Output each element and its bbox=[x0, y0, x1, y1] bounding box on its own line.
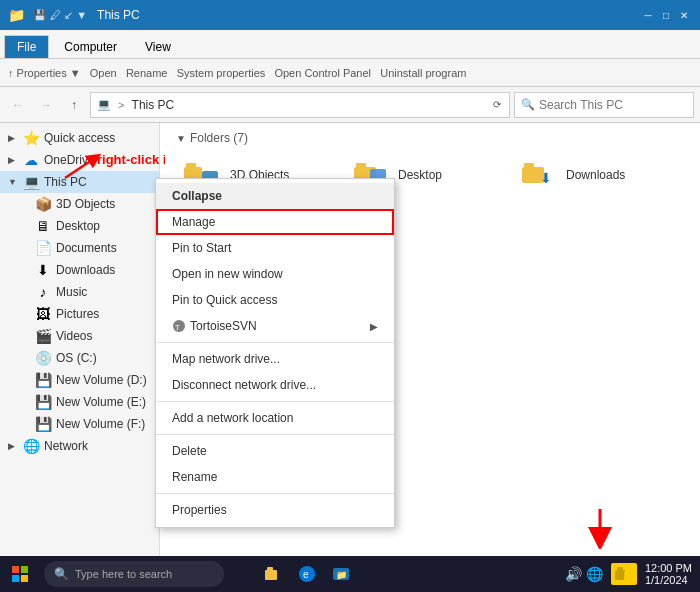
ctx-rename[interactable]: Rename bbox=[156, 464, 394, 490]
sidebar-item-quick-access[interactable]: ▶ ⭐ Quick access bbox=[0, 127, 159, 149]
svg-rect-39 bbox=[624, 572, 633, 581]
tray-icon-1[interactable]: 🔊 bbox=[565, 566, 582, 582]
ctx-map-network-drive[interactable]: Map network drive... bbox=[156, 346, 394, 372]
ctx-pin-start[interactable]: Pin to Start bbox=[156, 235, 394, 261]
tab-view[interactable]: View bbox=[132, 35, 184, 58]
up-button[interactable]: ↑ bbox=[62, 93, 86, 117]
sidebar-item-volumee[interactable]: 💾 New Volume (E:) bbox=[0, 391, 159, 413]
ctx-add-network-location-label: Add a network location bbox=[172, 411, 293, 425]
sidebar-label: Desktop bbox=[56, 219, 100, 233]
folder-downloads-icon: ⬇ bbox=[518, 157, 558, 193]
sidebar-item-music[interactable]: ♪ Music bbox=[0, 281, 159, 303]
ctx-delete[interactable]: Delete bbox=[156, 438, 394, 464]
search-bar[interactable]: 🔍 bbox=[514, 92, 694, 118]
ctx-disconnect-network-drive[interactable]: Disconnect network drive... bbox=[156, 372, 394, 398]
quick-access-toolbar: 💾 🖊 ↙ ▼ bbox=[33, 9, 87, 22]
taskbar-icon-1[interactable] bbox=[258, 559, 288, 589]
svg-rect-4 bbox=[356, 163, 366, 169]
maximize-button[interactable]: □ bbox=[658, 7, 674, 23]
sidebar-label: Quick access bbox=[44, 131, 115, 145]
tab-file[interactable]: File bbox=[4, 35, 49, 58]
ctx-properties[interactable]: Properties bbox=[156, 497, 394, 523]
taskbar-icon-3[interactable]: 📁 bbox=[326, 559, 356, 589]
ctx-pin-quick-access[interactable]: Pin to Quick access bbox=[156, 287, 394, 313]
svg-text:📁: 📁 bbox=[336, 569, 348, 581]
address-separator: > bbox=[115, 99, 128, 111]
taskbar-red-arrow bbox=[580, 509, 620, 556]
sidebar-item-volumed[interactable]: 💾 New Volume (D:) bbox=[0, 369, 159, 391]
onedrive-icon: ☁ bbox=[22, 152, 40, 168]
ctx-manage-label: Manage bbox=[172, 215, 215, 229]
file-explorer-taskbar-btn[interactable] bbox=[611, 563, 637, 585]
sidebar-label: New Volume (D:) bbox=[56, 373, 147, 387]
search-input[interactable] bbox=[539, 98, 689, 112]
sidebar-item-volumef[interactable]: 💾 New Volume (F:) bbox=[0, 413, 159, 435]
expand-icon: ▶ bbox=[8, 441, 18, 451]
right-click-annotation: right-click it bbox=[55, 148, 165, 191]
sidebar-item-videos[interactable]: 🎬 Videos bbox=[0, 325, 159, 347]
expand-icon: ▼ bbox=[8, 177, 18, 187]
svg-text:⬇: ⬇ bbox=[540, 170, 552, 186]
svg-line-24 bbox=[65, 158, 95, 178]
submenu-arrow: ▶ bbox=[370, 321, 378, 332]
thispc-icon: 💻 bbox=[22, 174, 40, 190]
videos-icon: 🎬 bbox=[34, 328, 52, 344]
sidebar-item-downloads[interactable]: ⬇ Downloads bbox=[0, 259, 159, 281]
start-button[interactable] bbox=[0, 556, 40, 592]
window-controls: ─ □ ✕ bbox=[640, 7, 692, 23]
sidebar-item-pictures[interactable]: 🖼 Pictures bbox=[0, 303, 159, 325]
ctx-separator-1 bbox=[156, 342, 394, 343]
svg-text:right-click it: right-click it bbox=[97, 152, 165, 167]
folder-name: Downloads bbox=[566, 168, 625, 182]
ctx-pin-quick-access-label: Pin to Quick access bbox=[172, 293, 277, 307]
sidebar-item-desktop[interactable]: 🖥 Desktop bbox=[0, 215, 159, 237]
sidebar-label: New Volume (F:) bbox=[56, 417, 145, 431]
desktop-icon: 🖥 bbox=[34, 218, 52, 234]
drive-icon: 💿 bbox=[34, 350, 52, 366]
address-text: This PC bbox=[132, 98, 487, 112]
taskbar-icons: e 📁 bbox=[224, 559, 390, 589]
sidebar-label: Network bbox=[44, 439, 88, 453]
window-title: This PC bbox=[97, 8, 636, 22]
ctx-delete-label: Delete bbox=[172, 444, 207, 458]
ctx-manage[interactable]: Manage bbox=[156, 209, 394, 235]
sidebar-item-3dobjects[interactable]: 📦 3D Objects bbox=[0, 193, 159, 215]
ctx-disconnect-network-drive-label: Disconnect network drive... bbox=[172, 378, 316, 392]
taskbar-search[interactable]: 🔍 Type here to search bbox=[44, 561, 224, 587]
ctx-add-network-location[interactable]: Add a network location bbox=[156, 405, 394, 431]
downloads-icon: ⬇ bbox=[34, 262, 52, 278]
network-icon: 🌐 bbox=[22, 438, 40, 454]
sidebar-label: Documents bbox=[56, 241, 117, 255]
back-button[interactable]: ← bbox=[6, 93, 30, 117]
ctx-tortoisesvn[interactable]: T TortoiseSVN ▶ bbox=[156, 313, 394, 339]
address-bar-icon: 💻 bbox=[97, 98, 111, 111]
ctx-separator-4 bbox=[156, 493, 394, 494]
forward-button[interactable]: → bbox=[34, 93, 58, 117]
refresh-button[interactable]: ⟳ bbox=[491, 97, 503, 112]
sidebar-item-documents[interactable]: 📄 Documents bbox=[0, 237, 159, 259]
star-icon: ⭐ bbox=[22, 130, 40, 146]
address-bar[interactable]: 💻 > This PC ⟳ bbox=[90, 92, 510, 118]
collapse-arrow: ▼ bbox=[176, 133, 186, 144]
context-menu: Collapse Manage Pin to Start Open in new… bbox=[155, 178, 395, 528]
taskbar-tray: 🔊 🌐 12:00 PM1/1/2024 bbox=[557, 562, 700, 586]
ribbon-content: ↑ Properties ▼ Open Rename System proper… bbox=[0, 58, 700, 86]
sidebar-item-network[interactable]: ▶ 🌐 Network bbox=[0, 435, 159, 457]
ctx-collapse[interactable]: Collapse bbox=[156, 183, 394, 209]
nav-bar: ← → ↑ 💻 > This PC ⟳ 🔍 bbox=[0, 87, 700, 123]
close-button[interactable]: ✕ bbox=[676, 7, 692, 23]
drive-icon: 💾 bbox=[34, 394, 52, 410]
ctx-tortoisesvn-label: T TortoiseSVN bbox=[172, 319, 257, 333]
svg-text:e: e bbox=[303, 569, 309, 580]
documents-icon: 📄 bbox=[34, 240, 52, 256]
sidebar-item-osc[interactable]: 💿 OS (C:) bbox=[0, 347, 159, 369]
taskbar-search-icon: 🔍 bbox=[54, 567, 69, 581]
taskbar-icon-2[interactable]: e bbox=[292, 559, 322, 589]
ctx-open-new-window-label: Open in new window bbox=[172, 267, 283, 281]
tab-computer[interactable]: Computer bbox=[51, 35, 130, 58]
svg-text:T: T bbox=[175, 323, 180, 332]
minimize-button[interactable]: ─ bbox=[640, 7, 656, 23]
tray-icon-2[interactable]: 🌐 bbox=[586, 566, 603, 582]
ctx-open-new-window[interactable]: Open in new window bbox=[156, 261, 394, 287]
folder-item-downloads[interactable]: ⬇ Downloads bbox=[512, 153, 672, 197]
